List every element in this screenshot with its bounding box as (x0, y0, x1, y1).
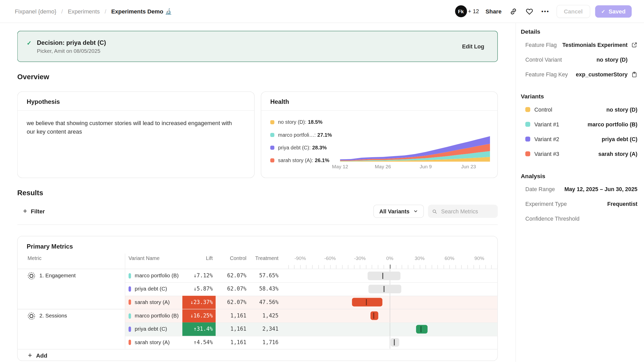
table-row[interactable]: sarah story (A)↓23.37%62.07%47.56% (18, 296, 497, 309)
treatment-value: 58.43% (247, 282, 279, 295)
ruler-tick (444, 265, 444, 269)
control-value: 62.07% (216, 296, 247, 309)
search-metrics-input[interactable] (440, 208, 494, 215)
ruler-tick (348, 265, 348, 269)
variants-section: Variants Controlno story (D)Variant #1ma… (521, 93, 638, 161)
legend-swatch (270, 158, 274, 163)
breadcrumb-separator: / (105, 8, 106, 15)
axis-label: 30% (415, 256, 425, 261)
ruler-tick (318, 265, 319, 269)
lift-value: ↓16.25% (182, 309, 213, 322)
cancel-button[interactable]: Cancel (556, 5, 590, 18)
control-value: 1,161 (216, 309, 247, 322)
treatment-value: 57.65% (247, 269, 279, 282)
stacked-area-chart (339, 133, 491, 162)
variants-heading: Variants (521, 93, 638, 100)
share-button[interactable]: Share (486, 8, 502, 15)
ruler-tick (342, 265, 342, 269)
variant-color-dot (129, 273, 131, 279)
more-options-icon[interactable]: ••• (541, 8, 549, 15)
collaborators-count[interactable]: + 12 (468, 8, 479, 15)
metric-name: 1. Engagement (39, 269, 76, 282)
add-label: Add (36, 353, 47, 359)
confidence-interval-bar (368, 285, 401, 293)
x-axis-tick-label: May 26 (375, 164, 391, 169)
table-row[interactable]: priya debt (C)↑31.4%1,1612,341 (18, 323, 497, 336)
health-title: Health (261, 92, 498, 111)
variant-cell: sarah story (A) (129, 296, 170, 309)
top-bar: Fixpanel {demo}/Experiments/Experiments … (0, 0, 644, 23)
control-value: 1,161 (216, 336, 247, 349)
breadcrumb-item[interactable]: Fixpanel {demo} (15, 8, 56, 15)
detail-label: Feature Flag (525, 42, 557, 48)
details-heading: Details (521, 28, 638, 35)
ruler-tick (485, 265, 486, 269)
row-highlight (125, 323, 498, 336)
legend-label: no story (D): (278, 119, 306, 125)
variant-name: priya debt (C) (135, 282, 167, 295)
breadcrumb-item[interactable]: Experiments Demo 🔬 (111, 8, 172, 15)
legend-swatch (270, 133, 274, 137)
treatment-value: 47.56% (247, 296, 279, 309)
search-metrics-box[interactable] (428, 205, 498, 218)
analysis-label: Date Range (525, 186, 555, 192)
analysis-section: Analysis Date RangeMay 12, 2025 – Jun 30… (521, 173, 638, 226)
avatar[interactable]: Fk (455, 5, 467, 17)
col-lift: Lift (182, 256, 213, 261)
table-row[interactable]: priya debt (C)↓5.87%62.07%58.43% (18, 282, 497, 295)
metric-name: 2. Sessions (39, 309, 67, 322)
ruler-tick (479, 265, 480, 269)
add-filter-button[interactable]: + Filter (23, 207, 45, 215)
favorite-heart-icon[interactable] (525, 7, 534, 16)
plus-icon: + (23, 207, 27, 215)
ruler-tick (324, 265, 325, 269)
add-metric-button[interactable]: + Add (18, 349, 497, 361)
table-row[interactable]: 1. Engagementmarco portfolio (B)↓7.12%62… (18, 269, 497, 282)
treatment-value: 2,341 (247, 323, 279, 336)
edit-log-link[interactable]: Edit Log (462, 43, 484, 49)
column-divider (125, 254, 125, 349)
variant-label: Variant #1 (534, 121, 559, 127)
ruler-tick (300, 265, 301, 269)
plus-icon: + (28, 352, 32, 360)
ruler-tick (414, 265, 414, 269)
details-sidebar: Details Feature FlagTestimonials Experim… (515, 23, 644, 362)
details-section: Details Feature FlagTestimonials Experim… (521, 28, 638, 82)
lift-value: ↓23.37% (182, 296, 213, 309)
variant-color-dot (129, 327, 131, 332)
legend-item: marco portfoli…: 27.1% (270, 132, 332, 138)
saved-label: Saved (608, 8, 625, 15)
breadcrumb-item[interactable]: Experiments (68, 8, 100, 15)
results-heading: Results (17, 189, 516, 197)
copy-link-icon[interactable] (509, 7, 518, 16)
saved-button[interactable]: ✓ Saved (595, 5, 632, 18)
ruler-tick (402, 265, 402, 269)
row-separator (125, 296, 498, 296)
external-link-icon[interactable] (631, 42, 638, 48)
lift-value: ↑4.54% (182, 336, 213, 349)
col-control: Control (216, 256, 247, 261)
col-metric: Metric (27, 256, 41, 261)
legend-value: 18.5% (308, 119, 323, 125)
variant-value: priya debt (C) (602, 136, 638, 142)
variant-cell: priya debt (C) (129, 323, 167, 336)
overview-heading: Overview (17, 73, 516, 81)
confidence-interval-marker (366, 299, 367, 305)
copy-icon[interactable] (631, 71, 638, 77)
confidence-interval-marker (394, 339, 395, 345)
table-row[interactable]: sarah story (A)↑4.54%1,1611,716 (18, 336, 497, 349)
table-row[interactable]: 2. Sessionsmarco portfolio (B)↓16.25%1,1… (18, 309, 497, 322)
row-separator (125, 282, 498, 283)
confidence-interval-marker (373, 313, 374, 319)
legend-item: sarah story (A): 26.1% (270, 157, 332, 163)
legend-label: priya debt (C): (278, 145, 311, 150)
variant-label: Control (534, 106, 552, 113)
decision-banner: ✓ Decision: priya debt (C) Picker, Amit … (17, 31, 498, 62)
lift-value: ↓5.87% (182, 282, 213, 295)
analysis-value: May 12, 2025 – Jun 30, 2025 (564, 186, 638, 192)
row-separator (125, 323, 498, 323)
ruler-tick (396, 265, 396, 269)
variant-filter-dropdown[interactable]: All Variants (374, 205, 424, 218)
variant-row: Variant #2priya debt (C) (521, 132, 638, 147)
decision-subtitle: Picker, Amit on 08/05/2025 (37, 48, 106, 54)
